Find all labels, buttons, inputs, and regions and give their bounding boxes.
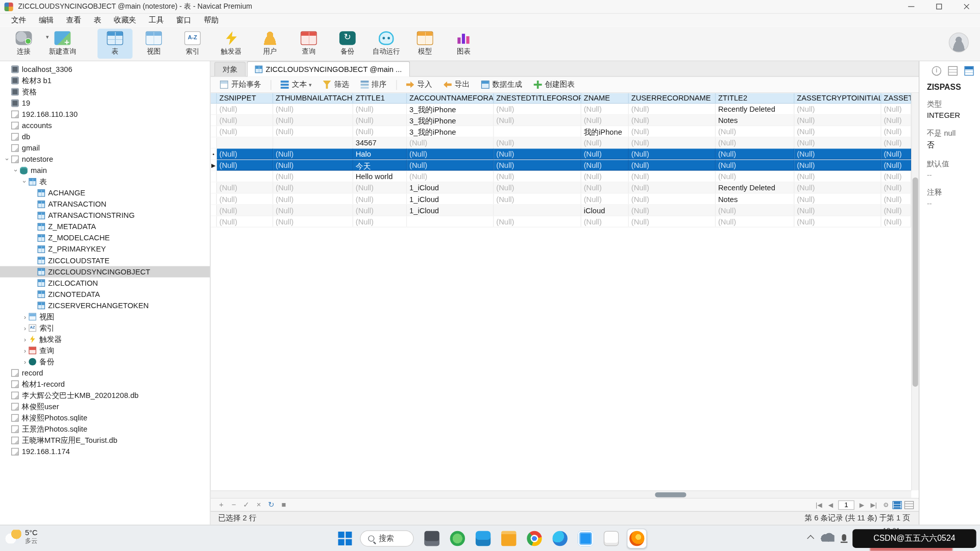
taskbar-mail-button[interactable] xyxy=(473,529,493,548)
grid-cell[interactable]: (Null) xyxy=(217,216,273,227)
grid-cell[interactable]: (Null) xyxy=(881,194,912,205)
tray-chevron-up-icon[interactable] xyxy=(807,535,814,542)
grid-cell[interactable]: (Null) xyxy=(353,104,407,114)
grid-view-icon[interactable] xyxy=(893,500,902,509)
grid-cell[interactable]: (Null) xyxy=(881,148,912,159)
first-page-button[interactable]: |◀ xyxy=(815,502,824,508)
toolbar-trigger-button[interactable]: 触发器 xyxy=(214,29,249,59)
grid-cell[interactable]: (Null) xyxy=(494,194,581,205)
table-row[interactable]: (Null)(Null)(Null)(Null)(Null)(Null)(Nul… xyxy=(211,216,912,228)
grid-cell[interactable]: (Null) xyxy=(881,137,912,148)
grid-cell[interactable] xyxy=(217,137,273,148)
grid-cell[interactable]: (Null) xyxy=(273,205,353,216)
grid-cell[interactable]: (Null) xyxy=(217,160,273,170)
column-header-ztitle1[interactable]: ZTITLE1 xyxy=(353,93,407,103)
sidebar-item-gmail[interactable]: gmail xyxy=(0,142,210,154)
sidebar-item-accounts[interactable]: accounts xyxy=(0,120,210,131)
grid-cell[interactable]: 3_我的iPhone xyxy=(407,104,494,114)
grid-cell[interactable]: (Null) xyxy=(273,171,353,182)
grid-cell[interactable]: (Null) xyxy=(581,194,629,205)
sidebar-item-backup-group[interactable]: ›备份 xyxy=(0,356,210,367)
grid-cell[interactable]: 我的iPhone xyxy=(581,126,629,137)
record-delete-record-button[interactable]: − xyxy=(228,499,239,510)
table-row[interactable]: •(Null)(Null)Halo(Null)(Null)(Null)(Null… xyxy=(211,148,912,160)
sidebar-item-jiancai3-b1[interactable]: 检材3 b1 xyxy=(0,75,210,86)
toolbar-new-query-button[interactable]: 新建查询 xyxy=(45,29,80,59)
grid-cell[interactable]: (Null) xyxy=(273,148,353,159)
grid-cell[interactable]: (Null) xyxy=(273,194,353,205)
grid-cell[interactable]: (Null) xyxy=(217,148,273,159)
grid-panel-icon[interactable] xyxy=(964,66,973,76)
grid-cell[interactable]: (Null) xyxy=(353,183,407,193)
column-header-znestedtitleforsortin[interactable]: ZNESTEDTITLEFORSORTIN xyxy=(494,93,581,103)
grid-cell[interactable]: (Null) xyxy=(353,216,407,227)
tab-table-tab[interactable]: ZICCLOUDSYNCINGOBJECT @main ... xyxy=(247,61,410,77)
grid-cell[interactable]: (Null) xyxy=(581,216,629,227)
grid-cell[interactable]: (Null) xyxy=(716,137,794,148)
grid-cell[interactable]: (Null) xyxy=(407,160,494,170)
taskbar-edge-button[interactable] xyxy=(550,529,570,548)
sidebar-item-zicserverchangetoken[interactable]: ZICSERVERCHANGETOKEN xyxy=(0,300,210,311)
grid-cell[interactable]: (Null) xyxy=(273,126,353,137)
toolbar-chart-button[interactable]: 图表 xyxy=(446,29,481,59)
grid-cell[interactable]: (Null) xyxy=(581,115,629,126)
table-toolbar-begin-transaction-button[interactable]: 开始事务 xyxy=(215,78,265,92)
toolbar-user-button[interactable]: 用户 xyxy=(253,29,288,59)
grid-cell[interactable] xyxy=(494,205,581,216)
grid-cell[interactable]: (Null) xyxy=(581,171,629,182)
grid-cell[interactable]: (Null) xyxy=(273,216,353,227)
grid-cell[interactable]: (Null) xyxy=(794,104,881,114)
horizontal-scrollbar-thumb[interactable] xyxy=(655,492,686,497)
grid-cell[interactable]: (Null) xyxy=(716,205,794,216)
sidebar-item-wangxiaolin-mtr[interactable]: 王晓琳MTR应用E_Tourist.db xyxy=(0,435,210,446)
grid-cell[interactable]: (Null) xyxy=(794,160,881,170)
grid-cell[interactable]: (Null) xyxy=(794,126,881,137)
grid-cell[interactable]: (Null) xyxy=(881,104,912,114)
grid-cell[interactable]: (Null) xyxy=(581,183,629,193)
grid-cell[interactable]: (Null) xyxy=(273,115,353,126)
taskbar-folder-button[interactable] xyxy=(499,529,519,548)
grid-cell[interactable]: (Null) xyxy=(716,216,794,227)
sidebar-item-linjunxi-photos[interactable]: 林浚熙Photos.sqlite xyxy=(0,412,210,423)
toolbar-connection-button[interactable]: 连接▾ xyxy=(6,29,41,59)
sidebar-item-z-primarykey[interactable]: Z_PRIMARYKEY xyxy=(0,244,210,255)
column-header-zsnippet[interactable]: ZSNIPPET xyxy=(217,93,273,103)
grid-cell[interactable]: (Null) xyxy=(407,171,494,182)
grid-cell[interactable]: (Null) xyxy=(881,115,912,126)
sidebar-item-kmb-db[interactable]: 李大辉公交巴士KMB_20201208.db xyxy=(0,390,210,401)
sidebar-item-achange[interactable]: ACHANGE xyxy=(0,187,210,198)
sidebar-item-jiancai1-record[interactable]: 检材1-record xyxy=(0,379,210,390)
start-button[interactable] xyxy=(338,532,352,545)
grid-cell[interactable]: (Null) xyxy=(794,216,881,227)
grid-cell[interactable]: (Null) xyxy=(629,104,716,114)
toolbar-index-button[interactable]: 索引 xyxy=(175,29,210,59)
grid-cell[interactable]: (Null) xyxy=(629,194,716,205)
menu-item-table[interactable]: 表 xyxy=(87,14,107,27)
grid-cell[interactable]: (Null) xyxy=(629,137,716,148)
sidebar-item-ziccloudstate[interactable]: ZICCLOUDSTATE xyxy=(0,255,210,266)
page-number-input[interactable] xyxy=(838,500,854,509)
sidebar-item-linjunxi-user[interactable]: 林俊熙user xyxy=(0,401,210,412)
column-header-zthumbnailattachmei[interactable]: ZTHUMBNAILATTACHMEI xyxy=(273,93,353,103)
taskbar-chrome-button[interactable] xyxy=(524,529,544,548)
table-row[interactable]: (Null)Hello world(Null)(Null)(Null)(Null… xyxy=(211,171,912,183)
grid-cell[interactable]: 3_我的iPhone xyxy=(407,126,494,137)
grid-cell[interactable]: (Null) xyxy=(353,115,407,126)
grid-cell[interactable]: Notes xyxy=(716,194,794,205)
grid-cell[interactable]: 今天 xyxy=(353,160,407,170)
toolbar-automation-button[interactable]: 自动运行 xyxy=(369,29,404,59)
toolbar-query-button[interactable]: 查询 xyxy=(291,29,327,59)
grid-cell[interactable]: (Null) xyxy=(629,216,716,227)
grid-cell[interactable]: (Null) xyxy=(494,115,581,126)
tray-cloud-icon[interactable] xyxy=(821,533,835,541)
maximize-button[interactable] xyxy=(925,0,952,13)
grid-cell[interactable]: (Null) xyxy=(494,216,581,227)
grid-cell[interactable]: Recently Deleted xyxy=(716,183,794,193)
vertical-scrollbar[interactable] xyxy=(911,93,919,490)
sidebar-item-192-168-110-130[interactable]: 192.168.110.130 xyxy=(0,109,210,120)
grid-cell[interactable]: (Null) xyxy=(794,194,881,205)
menu-item-view[interactable]: 查看 xyxy=(60,14,88,27)
sidebar-item-query-group[interactable]: ›查询 xyxy=(0,345,210,356)
grid-cell[interactable]: (Null) xyxy=(794,115,881,126)
grid-cell[interactable]: (Null) xyxy=(716,171,794,182)
